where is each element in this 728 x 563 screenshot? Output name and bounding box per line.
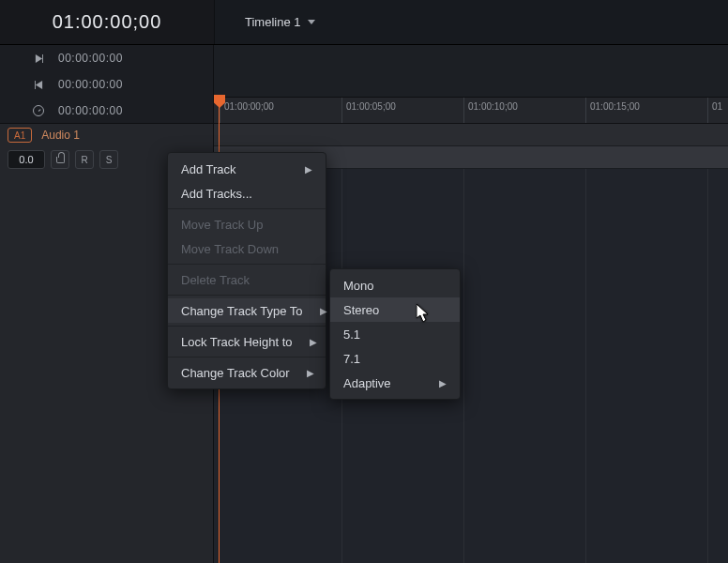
top-bar: 01:00:00;00 Timeline 1	[0, 0, 728, 45]
menu-change-track-type[interactable]: Change Track Type To▶	[168, 298, 326, 323]
lock-icon	[56, 157, 65, 163]
submenu-7-1[interactable]: 7.1	[330, 346, 460, 371]
svg-rect-1	[42, 54, 43, 63]
ruler-tick: 01:00:10;00	[463, 98, 518, 123]
ruler-tick: 01	[707, 98, 722, 123]
track-solo-button[interactable]: S	[99, 150, 118, 169]
menu-move-track-down: Move Track Down	[168, 236, 326, 261]
submenu-stereo[interactable]: Stereo	[330, 297, 460, 322]
submenu-track-type[interactable]: Mono Stereo 5.1 7.1 Adaptive▶	[329, 268, 461, 400]
clock-icon	[32, 105, 45, 116]
master-timecode-box: 01:00:00;00	[0, 0, 214, 44]
svg-marker-0	[35, 54, 41, 63]
menu-move-track-up: Move Track Up	[168, 212, 326, 236]
submenu-5-1[interactable]: 5.1	[330, 322, 460, 346]
timeline-ruler[interactable]: 01:00:00;00 01:00:05;00 01:00:10;00 01:0…	[214, 98, 728, 124]
submenu-adaptive[interactable]: Adaptive▶	[330, 371, 460, 395]
audio-lane[interactable]	[214, 124, 728, 146]
submenu-mono[interactable]: Mono	[330, 273, 460, 297]
transport-row-duration[interactable]: 00:00:00:00	[0, 98, 213, 124]
context-menu[interactable]: Add Track▶ Add Tracks... Move Track Up M…	[167, 152, 326, 389]
chevron-down-icon	[308, 20, 315, 24]
timeline-selector[interactable]: Timeline 1	[245, 15, 315, 29]
track-id-badge[interactable]: A1	[8, 128, 32, 143]
ruler-tick: 01:00:00;00	[220, 98, 274, 123]
duration-timecode: 00:00:00:00	[58, 104, 123, 117]
menu-change-track-color[interactable]: Change Track Color▶	[168, 360, 326, 385]
submenu-arrow-icon: ▶	[320, 306, 327, 316]
timeline-name: Timeline 1	[245, 15, 300, 29]
menu-delete-track: Delete Track	[168, 267, 326, 292]
menu-add-tracks[interactable]: Add Tracks...	[168, 181, 326, 205]
svg-marker-3	[35, 81, 41, 89]
track-name[interactable]: Audio 1	[41, 129, 80, 142]
prev-timecode: 00:00:00:00	[58, 78, 123, 91]
submenu-arrow-icon: ▶	[305, 164, 312, 175]
timeline-spacer	[214, 45, 728, 98]
prev-icon	[32, 81, 45, 89]
ruler-tick: 01:00:15;00	[585, 98, 640, 123]
submenu-arrow-icon: ▶	[307, 368, 314, 378]
submenu-arrow-icon: ▶	[439, 378, 447, 388]
track-record-button[interactable]: R	[75, 150, 94, 169]
transport-row-play[interactable]: 00:00:00:00	[0, 45, 213, 71]
play-icon	[32, 54, 45, 63]
play-timecode: 00:00:00:00	[58, 52, 123, 65]
track-lock-button[interactable]	[51, 150, 69, 169]
master-timecode: 01:00:00;00	[53, 11, 162, 33]
ruler-tick: 01:00:05;00	[341, 98, 396, 123]
menu-add-track[interactable]: Add Track▶	[168, 157, 326, 181]
transport-readouts: 00:00:00:00 00:00:00:00 00:00:00:00	[0, 45, 213, 124]
svg-rect-2	[35, 81, 36, 89]
menu-lock-track-height[interactable]: Lock Track Height to▶	[168, 329, 326, 354]
transport-row-prev[interactable]: 00:00:00:00	[0, 71, 213, 98]
track-db-input[interactable]: 0.0	[8, 150, 45, 169]
submenu-arrow-icon: ▶	[310, 337, 317, 347]
